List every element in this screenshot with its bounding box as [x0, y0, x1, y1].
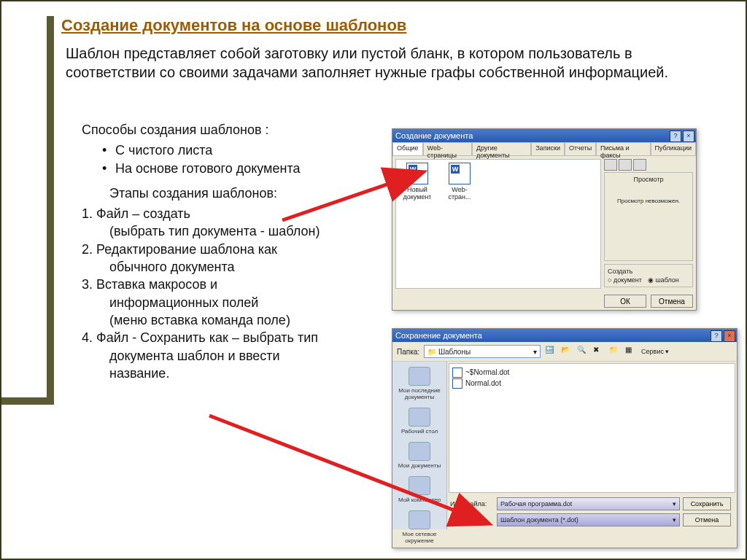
- folder-combo[interactable]: 📁 Шаблоны▾: [424, 345, 541, 358]
- filetype-combo[interactable]: Шаблон документа (*.dot)▾: [497, 513, 680, 526]
- word-icon: [452, 368, 462, 378]
- view-mode-buttons: [604, 159, 693, 171]
- place-desktop[interactable]: Рабочий стол: [397, 405, 442, 437]
- method-item: На основе готового документа: [102, 160, 417, 177]
- filename-combo[interactable]: Рабочая программа.dot▾: [497, 497, 680, 510]
- desktop-icon: [409, 408, 430, 427]
- places-bar: Мои последние документы Рабочий стол Мои…: [392, 362, 447, 529]
- help-icon[interactable]: ?: [711, 330, 722, 342]
- template-item[interactable]: Новый документ: [399, 163, 436, 201]
- dialog2-titlebar: Сохранение документа ? ×: [392, 329, 737, 342]
- place-network[interactable]: Мое сетевое окружение: [397, 508, 442, 546]
- radio-template[interactable]: ◉ шаблон: [648, 276, 679, 284]
- intro-text: Шаблон представляет собой заготовку или …: [66, 44, 693, 82]
- dialog1-tabs: Общие Web-страницы Другие документы Запи…: [392, 142, 696, 156]
- new-folder-icon[interactable]: 📁: [609, 346, 621, 357]
- place-mydocs[interactable]: Мои документы: [397, 440, 442, 471]
- chevron-down-icon: ▾: [673, 500, 676, 508]
- up-icon[interactable]: 📂: [561, 346, 573, 357]
- preview-pane: Просмотр Просмотр невозможен.: [604, 172, 693, 261]
- tab-letters[interactable]: Письма и факсы: [596, 142, 650, 155]
- recent-icon: [409, 367, 430, 386]
- dialog1-titlebar: Создание документа ? ×: [392, 129, 696, 142]
- content-block: Способы создания шаблонов : С чистого ли…: [82, 121, 417, 382]
- tab-other[interactable]: Другие документы: [472, 142, 531, 155]
- file-list[interactable]: ~$Normal.dot Normal.dot: [449, 363, 735, 493]
- chevron-down-icon: ▾: [533, 348, 537, 356]
- accent-vertical: [47, 16, 54, 405]
- save-document-dialog: Сохранение документа ? × Папка: 📁 Шаблон…: [392, 328, 738, 548]
- place-recent[interactable]: Мои последние документы: [397, 365, 442, 402]
- methods-title: Способы создания шаблонов :: [82, 121, 417, 139]
- filename-label: Имя файла:: [450, 500, 494, 508]
- delete-icon[interactable]: ✖: [593, 346, 605, 357]
- save-button[interactable]: Сохранить: [683, 497, 731, 510]
- chevron-down-icon: ▾: [673, 516, 676, 524]
- method-item: С чистого листа: [102, 141, 417, 159]
- cancel-button[interactable]: Отмена: [683, 513, 731, 526]
- tab-web[interactable]: Web-страницы: [423, 142, 472, 155]
- file-item[interactable]: Normal.dot: [452, 378, 732, 389]
- tab-memos[interactable]: Записки: [531, 142, 565, 155]
- help-icon[interactable]: ?: [670, 131, 681, 142]
- view-details-icon[interactable]: [633, 159, 646, 171]
- views-icon[interactable]: ▦: [625, 346, 637, 357]
- computer-icon: [409, 476, 430, 495]
- search-icon[interactable]: 🔍: [577, 346, 589, 357]
- back-icon[interactable]: 🔙: [545, 346, 557, 357]
- view-large-icon[interactable]: [604, 159, 617, 171]
- tab-reports[interactable]: Отчеты: [565, 142, 596, 155]
- methods-list: С чистого листа На основе готового докум…: [82, 141, 417, 177]
- cancel-button[interactable]: Отмена: [651, 295, 693, 308]
- word-icon: [449, 163, 471, 184]
- tools-menu[interactable]: Сервис ▾: [641, 348, 669, 355]
- ok-button[interactable]: ОК: [604, 295, 646, 308]
- network-icon: [409, 510, 430, 529]
- close-icon[interactable]: ×: [683, 131, 694, 142]
- word-icon: [452, 378, 462, 389]
- file-item[interactable]: ~$Normal.dot: [452, 367, 732, 378]
- steps-title: Этапы создания шаблонов:: [109, 184, 417, 202]
- close-icon[interactable]: ×: [724, 330, 735, 342]
- create-group: Создать ○ документ ◉ шаблон: [604, 264, 693, 287]
- folder-icon: [409, 442, 430, 461]
- page-title: Создание документов на основе шаблонов: [61, 16, 406, 35]
- create-document-dialog: Создание документа ? × Общие Web-страниц…: [392, 128, 697, 311]
- tab-general[interactable]: Общие: [392, 142, 423, 155]
- word-icon: [406, 163, 428, 184]
- view-list-icon[interactable]: [619, 159, 632, 171]
- template-list[interactable]: Новый документ Web-стран...: [395, 159, 601, 289]
- folder-label: Папка:: [397, 348, 419, 356]
- template-item[interactable]: Web-стран...: [441, 163, 478, 201]
- place-mycomputer[interactable]: Мой компьютер: [397, 474, 442, 505]
- accent-horizontal: [1, 397, 47, 405]
- steps-list: 1. Файл – создать (выбрать тип документа…: [82, 205, 417, 382]
- save-toolbar: Папка: 📁 Шаблоны▾ 🔙 📂 🔍 ✖ 📁 ▦ Сервис ▾: [392, 342, 737, 362]
- slide-frame: Создание документов на основе шаблонов Ш…: [0, 0, 747, 560]
- radio-document[interactable]: ○ документ: [608, 276, 642, 284]
- filetype-label: Тип файла:: [450, 516, 494, 524]
- tab-pub[interactable]: Публикации: [651, 142, 696, 155]
